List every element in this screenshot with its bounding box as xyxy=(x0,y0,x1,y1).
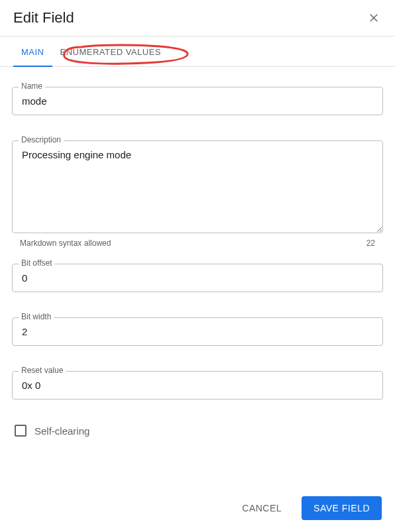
tab-enumerated-values[interactable]: ENUMERATED VALUES xyxy=(52,36,170,66)
name-input[interactable] xyxy=(12,87,383,115)
description-field-wrap: Description Markdown syntax allowed 22 xyxy=(12,140,383,248)
description-char-count: 22 xyxy=(367,239,375,248)
form-body: Name Description Markdown syntax allowed… xyxy=(0,67,395,486)
dialog-title: Edit Field xyxy=(13,9,74,27)
dialog-footer: CANCEL SAVE FIELD xyxy=(0,486,395,532)
close-button[interactable] xyxy=(366,10,382,26)
bit-width-field-wrap: Bit width xyxy=(12,317,383,346)
self-clearing-checkbox[interactable] xyxy=(15,425,27,437)
description-hint: Markdown syntax allowed xyxy=(20,239,111,248)
self-clearing-row: Self-clearing xyxy=(12,425,383,437)
dialog-header: Edit Field xyxy=(0,0,395,36)
description-hint-row: Markdown syntax allowed 22 xyxy=(12,236,383,248)
name-field-wrap: Name xyxy=(12,87,383,115)
bit-width-label: Bit width xyxy=(19,312,54,321)
reset-value-label: Reset value xyxy=(19,366,66,375)
description-label: Description xyxy=(19,135,64,144)
tab-main[interactable]: MAIN xyxy=(13,36,52,66)
description-textarea[interactable] xyxy=(12,140,383,233)
bit-offset-label: Bit offset xyxy=(19,258,54,268)
edit-field-dialog: Edit Field MAIN ENUMERATED VALUES Name D… xyxy=(0,0,395,532)
reset-value-input[interactable] xyxy=(12,371,383,399)
tab-bar: MAIN ENUMERATED VALUES xyxy=(0,36,395,67)
close-icon xyxy=(368,12,380,24)
bit-offset-input[interactable] xyxy=(12,264,383,292)
cancel-button[interactable]: CANCEL xyxy=(230,496,294,520)
reset-value-field-wrap: Reset value xyxy=(12,371,383,399)
bit-width-input[interactable] xyxy=(12,317,383,346)
self-clearing-label: Self-clearing xyxy=(34,425,89,437)
bit-offset-field-wrap: Bit offset xyxy=(12,264,383,292)
name-label: Name xyxy=(19,81,45,91)
save-field-button[interactable]: SAVE FIELD xyxy=(302,496,382,520)
